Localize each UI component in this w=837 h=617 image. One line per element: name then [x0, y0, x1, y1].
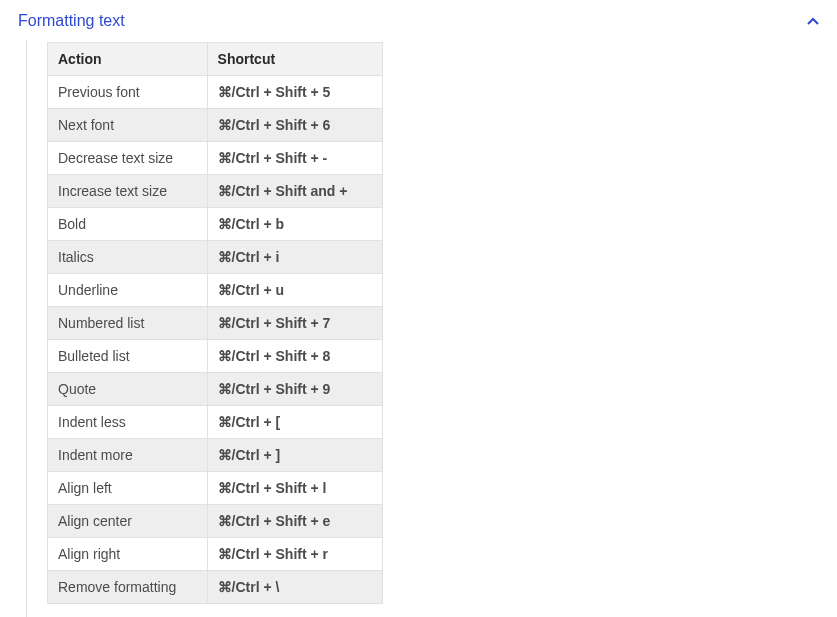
table-row: Bulleted list⌘/Ctrl + Shift + 8	[48, 340, 383, 373]
cell-action: Remove formatting	[48, 571, 208, 604]
section-header[interactable]: Formatting text	[18, 10, 819, 34]
table-row: Italics⌘/Ctrl + i	[48, 241, 383, 274]
cell-shortcut: ⌘/Ctrl + Shift + -	[207, 142, 382, 175]
cell-shortcut: ⌘/Ctrl + b	[207, 208, 382, 241]
section-body: Action Shortcut Previous font⌘/Ctrl + Sh…	[26, 40, 819, 617]
cell-shortcut: ⌘/Ctrl + Shift + 8	[207, 340, 382, 373]
cell-action: Indent more	[48, 439, 208, 472]
cell-action: Italics	[48, 241, 208, 274]
table-row: Indent more⌘/Ctrl + ]	[48, 439, 383, 472]
cell-action: Quote	[48, 373, 208, 406]
table-row: Increase text size⌘/Ctrl + Shift and +	[48, 175, 383, 208]
header-shortcut: Shortcut	[207, 43, 382, 76]
chevron-up-icon	[807, 17, 819, 25]
shortcuts-table: Action Shortcut Previous font⌘/Ctrl + Sh…	[47, 42, 383, 604]
cell-action: Bulleted list	[48, 340, 208, 373]
table-row: Remove formatting⌘/Ctrl + \	[48, 571, 383, 604]
cell-action: Indent less	[48, 406, 208, 439]
cell-shortcut: ⌘/Ctrl + Shift + 9	[207, 373, 382, 406]
cell-shortcut: ⌘/Ctrl + i	[207, 241, 382, 274]
table-row: Decrease text size⌘/Ctrl + Shift + -	[48, 142, 383, 175]
cell-shortcut: ⌘/Ctrl + \	[207, 571, 382, 604]
table-row: Numbered list⌘/Ctrl + Shift + 7	[48, 307, 383, 340]
table-row: Indent less⌘/Ctrl + [	[48, 406, 383, 439]
table-row: Align left⌘/Ctrl + Shift + l	[48, 472, 383, 505]
cell-action: Increase text size	[48, 175, 208, 208]
cell-action: Underline	[48, 274, 208, 307]
cell-shortcut: ⌘/Ctrl + Shift + 5	[207, 76, 382, 109]
cell-action: Align left	[48, 472, 208, 505]
table-row: Quote⌘/Ctrl + Shift + 9	[48, 373, 383, 406]
cell-action: Bold	[48, 208, 208, 241]
table-row: Next font⌘/Ctrl + Shift + 6	[48, 109, 383, 142]
cell-shortcut: ⌘/Ctrl + Shift + e	[207, 505, 382, 538]
table-row: Align right⌘/Ctrl + Shift + r	[48, 538, 383, 571]
section-title: Formatting text	[18, 12, 125, 30]
table-row: Previous font⌘/Ctrl + Shift + 5	[48, 76, 383, 109]
cell-action: Next font	[48, 109, 208, 142]
table-row: Underline⌘/Ctrl + u	[48, 274, 383, 307]
cell-shortcut: ⌘/Ctrl + ]	[207, 439, 382, 472]
cell-shortcut: ⌘/Ctrl + Shift and +	[207, 175, 382, 208]
table-header-row: Action Shortcut	[48, 43, 383, 76]
cell-shortcut: ⌘/Ctrl + [	[207, 406, 382, 439]
cell-action: Previous font	[48, 76, 208, 109]
cell-action: Decrease text size	[48, 142, 208, 175]
cell-shortcut: ⌘/Ctrl + Shift + r	[207, 538, 382, 571]
cell-action: Align right	[48, 538, 208, 571]
cell-shortcut: ⌘/Ctrl + Shift + 6	[207, 109, 382, 142]
header-action: Action	[48, 43, 208, 76]
table-row: Align center⌘/Ctrl + Shift + e	[48, 505, 383, 538]
cell-shortcut: ⌘/Ctrl + Shift + 7	[207, 307, 382, 340]
table-row: Bold⌘/Ctrl + b	[48, 208, 383, 241]
cell-action: Align center	[48, 505, 208, 538]
cell-shortcut: ⌘/Ctrl + Shift + l	[207, 472, 382, 505]
cell-action: Numbered list	[48, 307, 208, 340]
cell-shortcut: ⌘/Ctrl + u	[207, 274, 382, 307]
